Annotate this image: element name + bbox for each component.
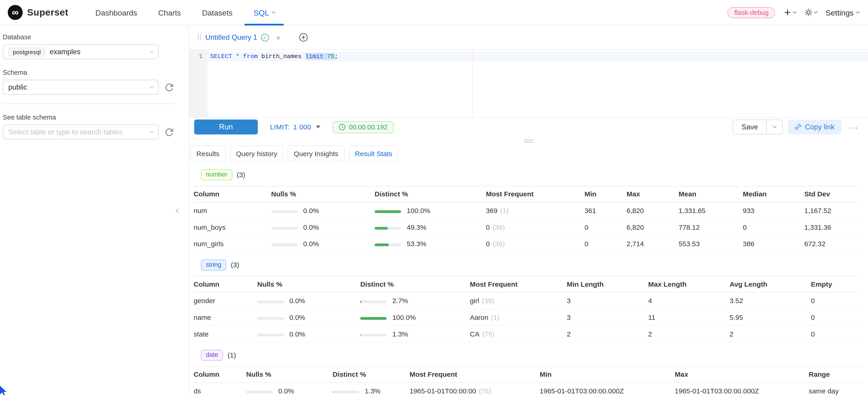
table-select[interactable]: Select table or type to search tables xyxy=(3,125,159,140)
table-cell: 3 xyxy=(567,292,648,309)
table-cell: 386 xyxy=(743,236,804,252)
toolbar-right: Save Copy link ··· xyxy=(733,120,861,134)
app-body: Database postgresql examples Schema publ… xyxy=(0,25,868,395)
column-header: Range xyxy=(809,367,861,383)
table-cell: 933 xyxy=(743,202,804,219)
table-cell: 1,331.36 xyxy=(804,219,861,236)
percent-bar xyxy=(271,210,298,213)
stats-section-string: string(3)ColumnNulls %Distinct %Most Fre… xyxy=(193,260,861,342)
south-pane-tabs: ResultsQuery historyQuery InsightsResult… xyxy=(189,146,868,162)
tab-result-stats[interactable]: Result Stats xyxy=(349,146,398,162)
save-options-button[interactable] xyxy=(767,120,783,134)
query-tab[interactable]: Untitled Query 1 xyxy=(194,33,284,41)
percent-label: 0.0% xyxy=(278,387,294,395)
tab-results[interactable]: Results xyxy=(190,146,225,162)
new-item-button[interactable] xyxy=(784,8,797,17)
table-cell: girl(39) xyxy=(470,292,567,309)
copy-link-button[interactable]: Copy link xyxy=(788,120,841,134)
table-cell: 0.0% xyxy=(271,202,375,219)
nav-item-charts[interactable]: Charts xyxy=(148,0,191,25)
code-token: limit xyxy=(305,53,323,60)
column-header: Column xyxy=(193,276,257,292)
query-tab-title: Untitled Query 1 xyxy=(205,33,257,41)
tab-query-insights[interactable]: Query Insights xyxy=(288,146,344,162)
column-header: Most Frequent xyxy=(470,276,567,292)
table-cell: CA(75) xyxy=(470,326,567,342)
superset-brand[interactable]: ∞ Superset xyxy=(8,5,68,20)
editor-code-area[interactable]: SELECT * from birth_names limit 75; xyxy=(208,50,868,117)
column-header: Column xyxy=(193,367,246,383)
table-row: num0.0%100.0%369(1)3616,8201,331.659331,… xyxy=(193,202,861,219)
column-count: (3) xyxy=(237,171,245,179)
table-row: name0.0%100.0%Aaron(1)3115.950 xyxy=(193,309,861,326)
save-button[interactable]: Save xyxy=(733,120,767,134)
badge-row: string(3) xyxy=(201,260,861,270)
theme-sun-icon xyxy=(805,8,813,17)
stats-section-date: date(1)ColumnNulls %Distinct %Most Frequ… xyxy=(193,350,861,395)
chevron-down-icon xyxy=(150,49,154,53)
settings-menu[interactable]: Settings xyxy=(826,8,859,17)
editor-gutter: 1 xyxy=(189,50,208,117)
limit-dropdown[interactable]: LIMIT: 1 000 xyxy=(270,123,320,131)
query-success-check-icon xyxy=(261,33,269,41)
nav-item-sql[interactable]: SQL xyxy=(243,0,285,25)
more-options-button[interactable]: ··· xyxy=(846,123,861,131)
column-header: Most Frequent xyxy=(409,367,539,383)
table-cell: 2,714 xyxy=(627,236,679,252)
percent-bar xyxy=(257,317,284,320)
superset-logo-icon: ∞ xyxy=(8,5,23,20)
close-tab-icon[interactable] xyxy=(276,33,281,41)
table-cell: 1.3% xyxy=(360,326,470,342)
chevron-left-icon xyxy=(176,209,181,213)
table-cell: 0.0% xyxy=(257,292,361,309)
percent-bar xyxy=(333,390,359,393)
sql-editor[interactable]: 1 SELECT * from birth_names limit 75; xyxy=(189,50,868,118)
theme-toggle-button[interactable] xyxy=(805,8,817,17)
clock-icon xyxy=(338,123,345,130)
table-cell: 3 xyxy=(567,309,648,326)
table-cell: 553.53 xyxy=(679,236,743,252)
database-select[interactable]: postgresql examples xyxy=(3,44,159,59)
run-button[interactable]: Run xyxy=(194,120,258,134)
table-row: num_boys0.0%49.3%0(39)06,820778.1201,331… xyxy=(193,219,861,236)
sqllab-main: Untitled Query 1 1 SELECT * from birth_n… xyxy=(189,25,868,395)
column-header: Nulls % xyxy=(257,276,361,292)
column-header: Min Length xyxy=(567,276,648,292)
add-query-tab-button[interactable] xyxy=(299,33,308,42)
percent-label: 0.0% xyxy=(289,313,305,321)
sidebar-divider xyxy=(3,103,176,104)
percent-label: 0.0% xyxy=(289,330,305,338)
tab-query-history[interactable]: Query history xyxy=(230,146,283,162)
column-header: Max xyxy=(627,186,679,202)
percent-bar xyxy=(246,390,273,393)
percent-bar xyxy=(257,300,284,303)
nav-item-label: Dashboards xyxy=(95,8,137,17)
percent-bar xyxy=(271,226,298,229)
chevron-down-icon xyxy=(150,129,154,133)
refresh-schemas-button[interactable] xyxy=(165,83,173,91)
code-token xyxy=(232,53,236,60)
table-cell: 1965-01-01T03:00:00.000Z xyxy=(539,383,675,395)
column-header: Distinct % xyxy=(360,276,470,292)
refresh-tables-button[interactable] xyxy=(165,128,173,136)
column-count: (1) xyxy=(228,351,236,359)
percent-label: 0.0% xyxy=(289,297,305,305)
pane-splitter[interactable] xyxy=(189,136,868,145)
code-token: birth_names xyxy=(258,53,305,60)
table-cell: 0 xyxy=(811,292,861,309)
sidebar-collapse-button[interactable] xyxy=(174,206,182,215)
table-row: state0.0%1.3%CA(75)2220 xyxy=(193,326,861,342)
nav-item-datasets[interactable]: Datasets xyxy=(191,0,243,25)
nav-item-dashboards[interactable]: Dashboards xyxy=(85,0,148,25)
settings-label: Settings xyxy=(826,8,854,17)
database-label: Database xyxy=(3,33,181,41)
chevron-down-icon xyxy=(793,9,797,13)
chevron-down-icon xyxy=(272,9,276,13)
schema-select[interactable]: public xyxy=(3,80,159,95)
table-cell: 672.32 xyxy=(804,236,861,252)
brand-name: Superset xyxy=(27,7,68,18)
table-row: ds0.0%1.3%1965-01-01T00:00:00(75)1965-01… xyxy=(193,383,861,395)
column-header: Nulls % xyxy=(271,186,375,202)
code-token: 75 xyxy=(327,53,334,60)
stats-table-date: ColumnNulls %Distinct %Most FrequentMinM… xyxy=(193,366,861,395)
